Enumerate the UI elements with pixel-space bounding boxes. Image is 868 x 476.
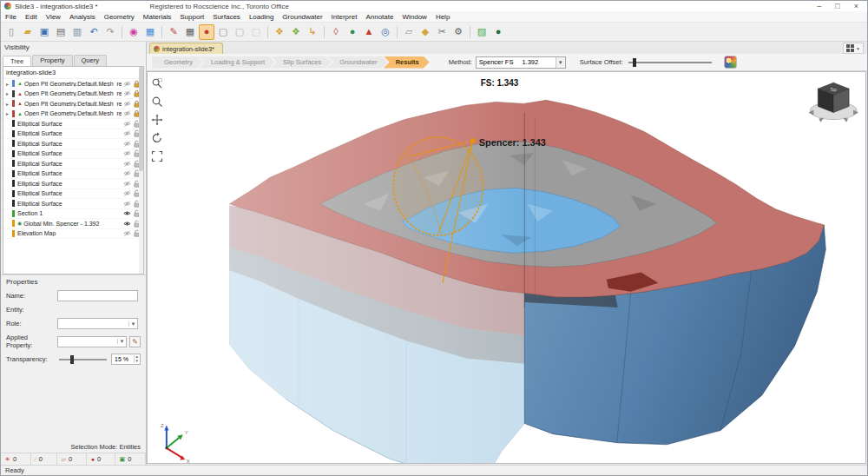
tree-item[interactable]: Elliptical Surface [3,149,143,160]
contour-legend-icon[interactable] [724,56,737,69]
extrude-icon[interactable]: ↳ [305,24,320,40]
document-tab[interactable]: integration-slide3* [149,43,223,54]
eye-off-icon[interactable] [123,129,131,137]
eraser-icon[interactable]: ◊ [328,24,344,40]
zoom-icon[interactable] [149,94,165,109]
eye-off-icon[interactable] [123,140,131,148]
eye-off-icon[interactable] [123,229,131,237]
tree-item[interactable]: Section 1 [3,209,143,220]
tree-root-node[interactable]: integration-slide3 [3,67,143,79]
tree-item[interactable]: Elevation Map [3,229,143,240]
workflow-tab-geometry[interactable]: Geometry [152,56,203,69]
tree-item[interactable]: Elliptical Surface [3,179,143,189]
open-folder-icon[interactable]: ▰ [20,24,36,40]
eye-off-icon[interactable] [123,200,131,208]
name-field[interactable] [57,290,138,301]
menu-loading[interactable]: Loading [245,12,278,22]
applied-property-select[interactable]: ▼ [57,336,127,347]
transparency-slider[interactable] [59,359,107,360]
tree-item[interactable]: Elliptical Surface [3,169,143,180]
select-window-icon[interactable]: ▢ [248,24,264,40]
image-export-icon[interactable]: ▦ [142,24,158,40]
surface-offset-thumb[interactable] [633,58,636,67]
workflow-tab-results[interactable]: Results [384,56,430,69]
menu-groundwater[interactable]: Groundwater [278,12,326,22]
color-wheel-icon[interactable]: ◉ [126,24,141,40]
eye-off-icon[interactable] [123,169,131,177]
menu-materials[interactable]: Materials [139,12,175,22]
tree-item[interactable]: ▸▲Open Pit Geometry.Default.Mesh_remeshe… [3,89,143,100]
menu-surfaces[interactable]: Surfaces [208,12,245,22]
tree-item[interactable]: ▸▲Open Pit Geometry.Default.Mesh_remeshe… [3,99,143,109]
zoom-window-icon[interactable] [149,76,165,91]
print-icon[interactable]: ▤ [53,24,69,40]
menu-window[interactable]: Window [398,12,431,22]
eye-off-icon[interactable] [123,149,131,157]
eye-off-icon[interactable] [123,89,131,97]
sphere-dark-icon[interactable]: ● [490,24,506,40]
select-lock-icon[interactable]: ▢ [232,24,247,40]
new-file-icon[interactable]: ▯ [3,24,19,40]
cone-tool-icon[interactable]: ▲ [361,24,377,40]
tree-item[interactable]: Elliptical Surface [3,129,143,140]
menu-file[interactable]: File [1,12,21,22]
role-select[interactable]: ▼ [57,318,138,329]
print-preview-icon[interactable]: ▥ [69,24,85,40]
contour-map-icon[interactable]: ▨ [474,24,490,40]
expand-arrow-icon[interactable]: ▸ [6,90,12,96]
menu-support[interactable]: Support [175,12,208,22]
menu-analysis[interactable]: Analysis [65,12,100,22]
tree-scrollbar[interactable] [139,67,143,274]
eye-off-icon[interactable] [123,180,131,188]
solid-mesh-icon[interactable]: ● [199,24,214,40]
menu-help[interactable]: Help [431,12,454,22]
cut-tool-icon[interactable]: ✂ [434,24,450,40]
sphere-tool-icon[interactable]: ● [345,24,360,40]
eye-off-icon[interactable] [123,100,131,108]
tree-item[interactable]: Elliptical Surface [3,119,143,129]
menu-edit[interactable]: Edit [21,12,42,22]
undo-icon[interactable]: ↶ [86,24,102,40]
edit-property-button[interactable]: ✎ [129,336,141,347]
menu-view[interactable]: View [42,12,65,22]
workflow-tab-groundwater[interactable]: Groundwater [327,56,387,69]
pan-icon[interactable] [149,112,165,128]
minimize-icon[interactable]: – [817,2,821,10]
maximize-icon[interactable]: □ [835,2,839,10]
expand-arrow-icon[interactable]: ▸ [6,101,12,107]
menu-geometry[interactable]: Geometry [100,12,139,22]
tree-item[interactable]: ▸▲Open Pit Geometry.Default.Mesh_remeshe… [3,109,143,120]
workflow-tab-loading-support[interactable]: Loading & Support [199,56,275,69]
grid-table-icon[interactable]: ▦ [182,24,198,40]
menu-interpret[interactable]: Interpret [327,12,362,22]
tree-item[interactable]: ◉Global Min. Spencer - 1.392 [3,219,143,229]
eye-icon[interactable] [123,220,131,228]
tab-query[interactable]: Query [74,55,107,66]
expand-arrow-icon[interactable]: ▸ [6,110,12,116]
rotate-icon[interactable] [149,130,165,146]
method-select[interactable]: Spencer FS 1.392 ▼ [476,56,566,69]
spinner-arrows-icon[interactable]: ▲▼ [134,355,140,363]
view-cube[interactable]: Top [808,83,858,122]
eye-icon[interactable] [123,209,131,217]
model-canvas[interactable]: Spencer: 1.343 FS: 1.343 Top [147,71,866,464]
eye-off-icon[interactable] [123,160,131,168]
eye-off-icon[interactable] [123,189,131,197]
viewport-layout-button[interactable]: ▼ [843,43,864,54]
tree-item[interactable]: Elliptical Surface [3,139,143,149]
close-icon[interactable]: × [854,2,858,10]
fill-tool-icon[interactable]: ◆ [418,24,433,40]
move-face-icon[interactable]: ❖ [288,24,304,40]
eye-off-icon[interactable] [123,120,131,128]
menu-annotate[interactable]: Annotate [361,12,398,22]
tree-item[interactable]: Elliptical Surface [3,189,143,200]
transparency-spinner[interactable]: 15 % ▲▼ [111,354,141,365]
wire-box-icon[interactable]: ▢ [215,24,231,40]
tab-property[interactable]: Property [32,55,72,66]
settings-gear-icon[interactable]: ⚙ [450,24,466,40]
tree-item[interactable]: Elliptical Surface [3,159,143,169]
tree-item[interactable]: Elliptical Surface [3,199,143,209]
eye-off-icon[interactable] [123,80,131,88]
measure-icon[interactable]: ✎ [166,24,181,40]
transparency-slider-thumb[interactable] [70,355,74,364]
